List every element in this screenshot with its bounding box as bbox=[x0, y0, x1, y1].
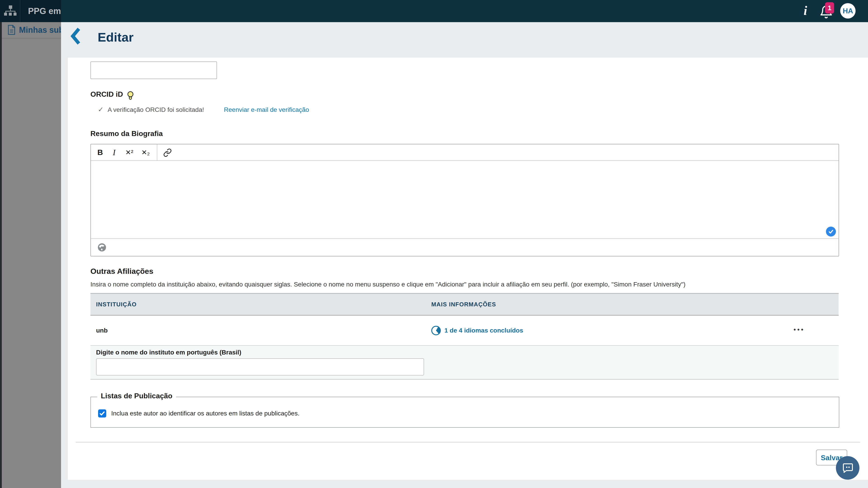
sidebar-item-label: Minhas submi bbox=[19, 22, 61, 38]
biography-label: Resumo da Biografia bbox=[90, 129, 163, 138]
orcid-label: ORCID iD bbox=[90, 90, 123, 98]
text-field-top[interactable] bbox=[90, 61, 217, 79]
include-author-checkbox[interactable] bbox=[98, 410, 106, 418]
column-institution: INSTITUIÇÃO bbox=[96, 294, 136, 315]
editor-statusbar bbox=[91, 238, 839, 256]
dimmed-sidebar: Minhas submi bbox=[0, 22, 61, 488]
editor-content-area[interactable] bbox=[91, 161, 839, 238]
pie-progress-icon bbox=[431, 326, 441, 335]
check-icon: ✓ bbox=[98, 106, 103, 113]
check-icon bbox=[99, 411, 105, 416]
language-input-row: Digite o nome do instituto em português … bbox=[90, 346, 839, 379]
sidebar-rail bbox=[0, 22, 2, 488]
page-title: Editar bbox=[98, 30, 133, 44]
app-title: PPG em D bbox=[28, 0, 61, 22]
check-icon bbox=[828, 229, 834, 234]
editor-check-badge[interactable] bbox=[826, 227, 836, 236]
language-input-label: Digite o nome do instituto em português … bbox=[96, 349, 241, 356]
chat-fab-button[interactable] bbox=[836, 456, 860, 480]
edit-modal: Editar ORCID iD ✓A verificação ORCID foi… bbox=[61, 22, 868, 488]
screen: Minhas submi Editar ORCID iD ✓A verifica… bbox=[0, 0, 868, 488]
info-icon[interactable]: i bbox=[800, 0, 811, 22]
avatar[interactable]: HA bbox=[840, 3, 856, 19]
institution-name: unb bbox=[96, 316, 107, 345]
editor-toolbar: B I ✕² ✕₂ bbox=[91, 144, 839, 161]
languages-status-link[interactable]: 1 de 4 idiomas concluídos bbox=[431, 316, 523, 345]
table-row: unb 1 de 4 idiomas concluídos ••• bbox=[90, 316, 839, 346]
lightbulb-icon[interactable] bbox=[127, 91, 134, 101]
orcid-status-text: A verificação ORCID foi solicitada! bbox=[107, 106, 204, 113]
table-header: INSTITUIÇÃO MAIS INFORMAÇÕES bbox=[90, 294, 839, 316]
top-bar-left: PPG em D bbox=[0, 0, 61, 22]
bold-button[interactable]: B bbox=[93, 148, 107, 157]
back-button[interactable] bbox=[69, 28, 82, 45]
languages-status-text: 1 de 4 idiomas concluídos bbox=[444, 327, 523, 334]
document-icon bbox=[7, 25, 16, 35]
affiliations-description: Insira o nome completo da instituição ab… bbox=[90, 281, 686, 288]
subscript-button[interactable]: ✕₂ bbox=[137, 149, 154, 156]
row-options-button[interactable]: ••• bbox=[794, 316, 805, 345]
toolbar-separator bbox=[157, 144, 157, 160]
footer-divider bbox=[76, 442, 860, 443]
superscript-button[interactable]: ✕² bbox=[121, 149, 137, 156]
sidebar-item-my-submissions[interactable]: Minhas submi bbox=[2, 22, 61, 38]
affiliations-table: INSTITUIÇÃO MAIS INFORMAÇÕES unb 1 de 4 … bbox=[90, 293, 839, 380]
column-more-info: MAIS INFORMAÇÕES bbox=[431, 294, 496, 315]
rich-text-editor: B I ✕² ✕₂ bbox=[90, 144, 839, 256]
sitemap-icon[interactable] bbox=[4, 5, 17, 17]
resend-verification-link[interactable]: Reenviar e-mail de verificação bbox=[224, 106, 309, 113]
globe-icon[interactable] bbox=[98, 243, 106, 252]
affiliations-heading: Outras Afiliações bbox=[90, 267, 153, 275]
institution-name-input[interactable] bbox=[96, 358, 424, 376]
link-icon[interactable] bbox=[163, 148, 172, 157]
publication-lists-fieldset: Listas de Publicação Inclua este autor a… bbox=[90, 397, 839, 428]
notification-badge: 1 bbox=[825, 2, 834, 13]
publication-lists-legend: Listas de Publicação bbox=[97, 392, 176, 400]
top-bar-divider bbox=[20, 0, 20, 22]
chat-bubble-icon bbox=[841, 462, 854, 474]
orcid-status-row: ✓A verificação ORCID foi solicitada!Reen… bbox=[98, 105, 309, 113]
include-author-row: Inclua este autor ao identificar os auto… bbox=[98, 410, 300, 418]
form-sheet: ORCID iD ✓A verificação ORCID foi solici… bbox=[68, 58, 868, 480]
include-author-label: Inclua este autor ao identificar os auto… bbox=[111, 410, 300, 417]
top-bar: PPG em D i 1 HA bbox=[0, 0, 868, 22]
italic-button[interactable]: I bbox=[107, 148, 121, 157]
